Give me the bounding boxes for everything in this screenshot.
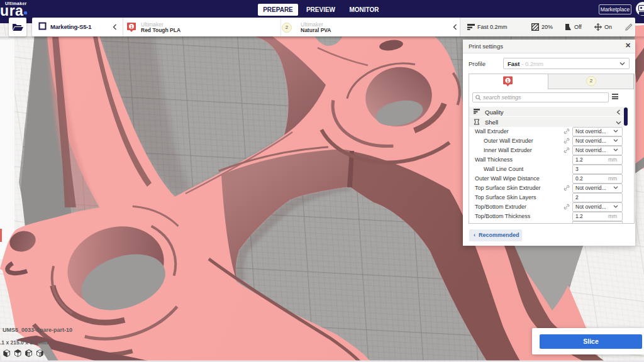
svg-text:1: 1 (130, 25, 133, 29)
svg-text:1: 1 (507, 79, 509, 83)
